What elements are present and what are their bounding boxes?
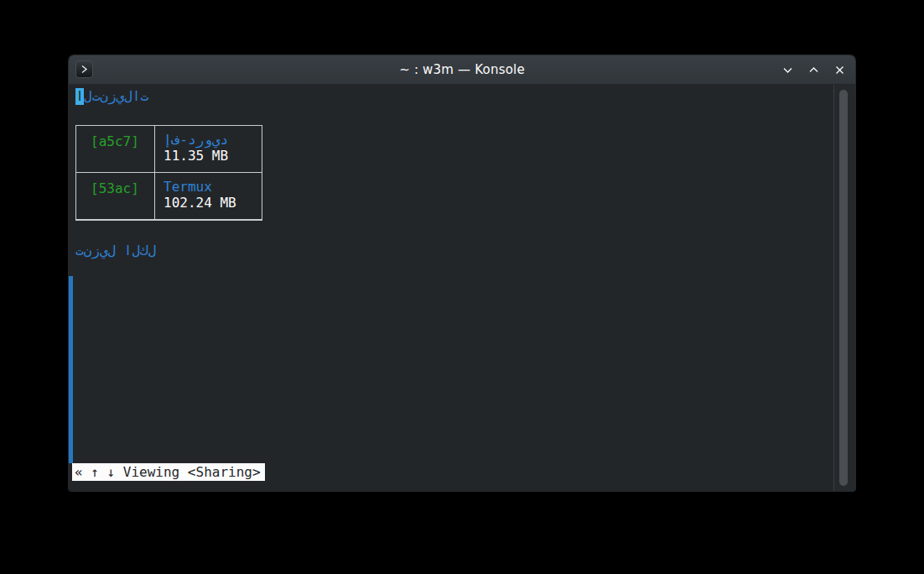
chevron-up-icon xyxy=(807,64,820,76)
left-edge-highlight-bar xyxy=(69,276,73,463)
close-button[interactable] xyxy=(832,62,847,77)
w3m-status-bar: « ↑ ↓ Viewing <Sharing> xyxy=(72,463,265,481)
download-link-fdroid[interactable]: إ‌ف‌-‌د‌ر‌و‌ي‌د xyxy=(164,132,262,148)
download-info-cell: إ‌ف‌-‌د‌ر‌و‌ي‌د 11.35 MB xyxy=(155,126,262,173)
download-id: [a5c7] xyxy=(91,133,139,149)
konsole-window: ~ : w3m — Konsole ال‌ت‌ن‌ز‌ي‌ل‌ا‌ت xyxy=(69,55,855,491)
window-title: ~ : w3m — Konsole xyxy=(69,62,855,77)
download-info-cell: Termux 102.24 MB xyxy=(155,173,262,220)
maximize-button[interactable] xyxy=(806,62,821,77)
page-heading-downloads[interactable]: ال‌ت‌ن‌ز‌ي‌ل‌ا‌ت xyxy=(75,88,148,105)
close-x-icon xyxy=(833,64,846,76)
konsole-window-icon[interactable] xyxy=(75,60,93,78)
download-size: 102.24 MB xyxy=(164,195,262,211)
download-all-link[interactable]: ت‌ن‌ز‌ي‌ل‌ ‌ا‌ل‌ك‌ل xyxy=(75,243,156,259)
titlebar[interactable]: ~ : w3m — Konsole xyxy=(69,55,855,85)
minimize-button[interactable] xyxy=(780,62,795,77)
window-controls xyxy=(780,55,847,84)
prompt-chevron-icon xyxy=(80,65,89,74)
download-size: 11.35 MB xyxy=(164,148,262,164)
download-id-cell: [a5c7] xyxy=(76,126,155,173)
downloads-table: [a5c7] إ‌ف‌-‌د‌ر‌و‌ي‌د 11.35 MB [53ac] T… xyxy=(75,125,262,221)
download-id: [53ac] xyxy=(91,180,139,196)
download-link-termux[interactable]: Termux xyxy=(164,179,262,195)
download-id-cell: [53ac] xyxy=(76,173,155,220)
terminal-screen[interactable]: ال‌ت‌ن‌ز‌ي‌ل‌ا‌ت [a5c7] إ‌ف‌-‌د‌ر‌و‌ي‌د … xyxy=(69,85,855,491)
page-heading-text: ل‌ت‌ن‌ز‌ي‌ل‌ا‌ت xyxy=(84,88,148,104)
text-cursor: ا xyxy=(75,88,84,105)
chevron-down-icon xyxy=(781,64,794,76)
scrollbar-thumb[interactable] xyxy=(839,90,848,486)
scrollbar-track[interactable] xyxy=(834,85,855,491)
